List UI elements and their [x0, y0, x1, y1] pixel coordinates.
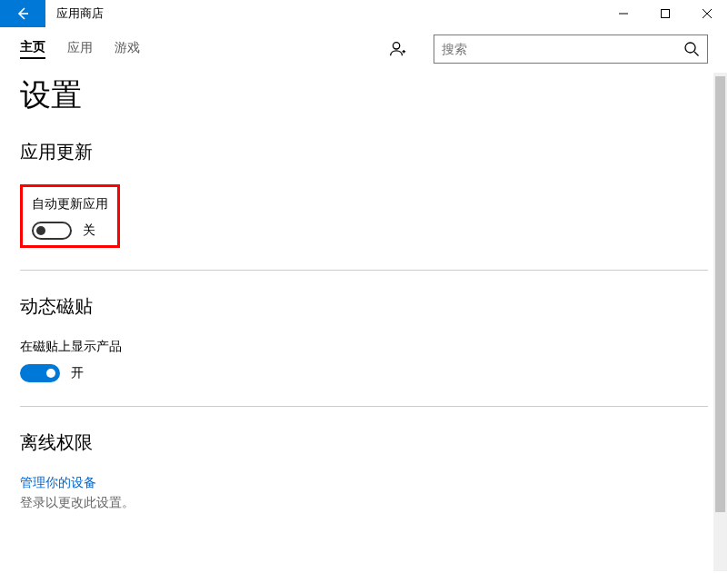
setting-label-auto-update: 自动更新应用 — [32, 196, 108, 212]
search-box[interactable] — [434, 35, 708, 64]
section-title-live-tiles: 动态磁贴 — [20, 294, 708, 319]
section-title-app-updates: 应用更新 — [20, 140, 708, 164]
back-button[interactable] — [0, 0, 45, 27]
svg-line-5 — [694, 52, 699, 56]
titlebar: 应用商店 — [0, 0, 728, 27]
content-area: 设置 应用更新 自动更新应用 关 动态磁贴 在磁贴上显示产品 开 离线权限 管理… — [0, 71, 728, 573]
scrollbar-thumb[interactable] — [715, 76, 725, 512]
nav-apps[interactable]: 应用 — [67, 40, 93, 58]
toggle-knob — [36, 226, 45, 235]
section-title-offline: 离线权限 — [20, 430, 708, 455]
search-input[interactable] — [442, 42, 683, 56]
search-button[interactable] — [683, 41, 700, 57]
maximize-icon — [661, 9, 670, 18]
top-nav: 主页 应用 游戏 — [0, 27, 728, 71]
svg-point-1 — [393, 43, 399, 49]
toggle-state-tile-products: 开 — [71, 365, 84, 381]
account-icon — [387, 39, 407, 59]
toggle-tile-products[interactable] — [20, 364, 60, 382]
nav-home[interactable]: 主页 — [20, 39, 45, 59]
toggle-auto-update[interactable] — [32, 222, 72, 240]
nav-games[interactable]: 游戏 — [115, 40, 140, 58]
link-manage-devices[interactable]: 管理你的设备 — [20, 475, 708, 491]
setting-label-tile-products: 在磁贴上显示产品 — [20, 339, 708, 355]
close-button[interactable] — [686, 0, 728, 27]
divider — [20, 406, 708, 407]
search-icon — [683, 41, 700, 57]
page-title: 设置 — [20, 74, 708, 116]
divider — [20, 270, 708, 271]
highlight-box: 自动更新应用 关 — [20, 184, 120, 248]
scrollbar[interactable] — [713, 73, 727, 571]
hint-sign-in: 登录以更改此设置。 — [20, 495, 708, 511]
account-button[interactable] — [386, 38, 408, 60]
toggle-state-auto-update: 关 — [83, 222, 95, 239]
maximize-button[interactable] — [644, 0, 686, 27]
svg-point-4 — [685, 43, 695, 53]
toggle-knob — [46, 369, 55, 378]
close-icon — [703, 9, 712, 18]
back-arrow-icon — [15, 6, 30, 21]
minimize-button[interactable] — [603, 0, 644, 27]
window-title: 应用商店 — [56, 6, 104, 22]
svg-rect-0 — [662, 10, 670, 18]
minimize-icon — [619, 9, 628, 18]
